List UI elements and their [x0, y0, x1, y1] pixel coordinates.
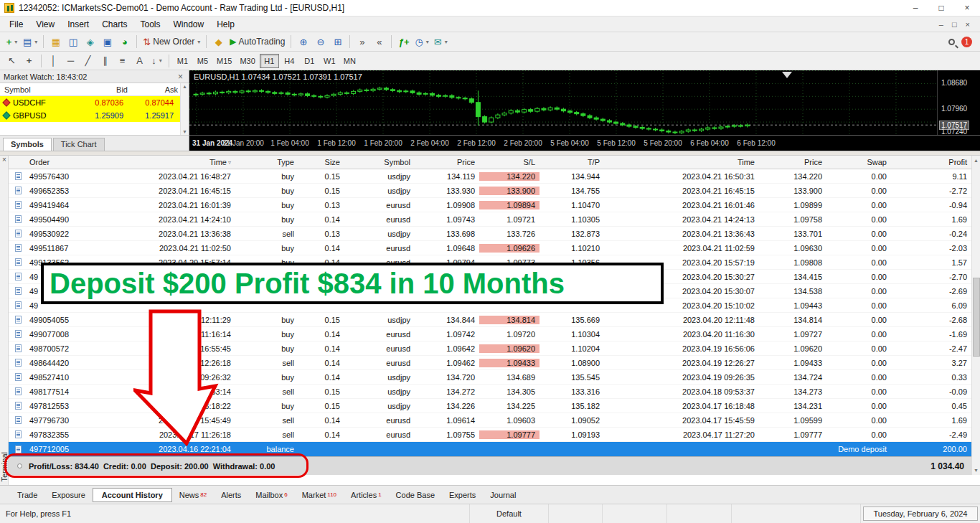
market-watch-scrollbar[interactable]: ▲▼	[180, 83, 189, 135]
new-chart-button[interactable]: +▾	[4, 34, 20, 50]
close-button[interactable]: ×	[954, 0, 980, 16]
timeframe-d1[interactable]: D1	[300, 54, 319, 68]
menu-charts[interactable]: Charts	[95, 17, 133, 32]
zoom-in-button[interactable]: ⊕	[295, 34, 311, 50]
timeframe-m5[interactable]: M5	[193, 54, 212, 68]
mdi-restore-icon[interactable]: □	[952, 20, 957, 29]
tab-alerts[interactable]: Alerts	[214, 488, 248, 502]
scroll-up-icon[interactable]: ▲	[182, 84, 187, 89]
cursor-button[interactable]: ↖	[4, 53, 20, 69]
history-row[interactable]: 4995764302023.04.21 16:48:27buy0.15usdjp…	[9, 169, 971, 184]
vertical-line-button[interactable]: │	[45, 53, 62, 69]
tab-market[interactable]: Market110	[295, 488, 344, 502]
close-icon[interactable]: ×	[176, 72, 185, 81]
arrows-button[interactable]: ↓▾	[149, 53, 165, 69]
profiles-button[interactable]: ▤▾	[21, 34, 39, 50]
scrollbar-thumb[interactable]	[973, 278, 980, 357]
status-profile[interactable]: Default	[470, 504, 549, 523]
templates-button[interactable]: ✉▾	[432, 34, 450, 50]
fibonacci-button[interactable]: ≡	[114, 53, 131, 69]
tile-windows-button[interactable]: ⊞	[329, 34, 346, 50]
search-icon[interactable]	[948, 39, 955, 45]
col-header-symbol[interactable]: Symbol	[344, 158, 415, 166]
history-row[interactable]: 4995118672023.04.21 11:02:50buy0.14eurus…	[9, 241, 971, 255]
tab-trade[interactable]: Trade	[10, 488, 44, 502]
timeframe-m30[interactable]: M30	[236, 54, 258, 68]
col-header-price[interactable]: Price	[415, 158, 479, 166]
tab-mailbox[interactable]: Mailbox6	[248, 488, 294, 502]
timeframe-m1[interactable]: M1	[173, 54, 192, 68]
col-header-size[interactable]: Size	[298, 158, 344, 166]
minimize-button[interactable]: –	[903, 0, 928, 16]
horizontal-line-button[interactable]: ─	[62, 53, 79, 69]
terminal-scrollbar[interactable]: ▲ ▼	[971, 156, 980, 475]
terminal-close-icon[interactable]: ×	[2, 156, 6, 164]
history-row[interactable]: 4995309222023.04.21 13:36:38sell0.13usdj…	[9, 227, 971, 241]
cell-price: 1.09648	[415, 244, 479, 253]
cell-symbol: eurusd	[344, 416, 415, 425]
col-header-swap[interactable]: Swap	[826, 158, 891, 166]
tab-journal[interactable]: Journal	[483, 488, 523, 502]
maximize-button[interactable]: □	[928, 0, 954, 16]
col-header-time[interactable]: Time▿	[102, 158, 235, 166]
timeframe-m15[interactable]: M15	[213, 54, 235, 68]
metaeditor-button[interactable]: ◆	[210, 34, 227, 50]
trendline-button[interactable]: ╱	[80, 53, 96, 69]
menu-tools[interactable]: Tools	[134, 17, 167, 32]
col-header-price[interactable]: Price	[759, 158, 826, 166]
menu-window[interactable]: Window	[167, 17, 211, 32]
tab-experts[interactable]: Experts	[442, 488, 483, 502]
cell-sl: 134.225	[479, 402, 540, 410]
channel-button[interactable]: ∥	[97, 53, 113, 69]
market-watch-toggle-button[interactable]: ▦	[47, 34, 64, 50]
auto-scroll-button[interactable]: »	[354, 34, 370, 50]
timeframe-w1[interactable]: W1	[320, 54, 339, 68]
mdi-minimize-icon[interactable]: –	[939, 20, 943, 29]
scroll-down-icon[interactable]: ▼	[972, 466, 980, 475]
history-row[interactable]: 4996523532023.04.21 16:45:15buy0.15usdjp…	[9, 184, 971, 198]
terminal-toggle-button[interactable]: ▣	[99, 34, 116, 50]
periods-button[interactable]: ◷▾	[413, 34, 430, 50]
timeframe-h1[interactable]: H1	[260, 54, 279, 68]
menu-view[interactable]: View	[29, 17, 61, 32]
scroll-down-icon[interactable]: ▼	[182, 129, 187, 134]
tab-symbols[interactable]: Symbols	[3, 138, 52, 151]
tab-code-base[interactable]: Code Base	[389, 488, 442, 502]
row-icon	[9, 402, 27, 410]
scroll-up-icon[interactable]: ▲	[972, 156, 980, 165]
text-label-button[interactable]: A	[131, 53, 148, 69]
tab-account-history[interactable]: Account History	[93, 488, 172, 502]
chart-shift-button[interactable]: «	[371, 34, 387, 50]
notification-badge[interactable]: 1	[961, 37, 972, 47]
menu-insert[interactable]: Insert	[61, 17, 95, 32]
chart-plot[interactable]: EURUSD,H1 1.07434 1.07521 1.07391 1.0751…	[189, 70, 937, 135]
col-header-profit[interactable]: Profit	[891, 158, 971, 166]
tab-tick-chart[interactable]: Tick Chart	[53, 138, 105, 151]
timeframe-h4[interactable]: H4	[280, 54, 299, 68]
timeframe-mn[interactable]: MN	[340, 54, 359, 68]
col-header-tp[interactable]: T/P	[540, 158, 604, 166]
menu-file[interactable]: File	[3, 17, 29, 32]
indicators-button[interactable]: ƒ+	[395, 34, 412, 50]
tab-news[interactable]: News82	[172, 488, 214, 502]
data-window-button[interactable]: ◫	[65, 34, 81, 50]
history-row[interactable]: 4994194642023.04.21 16:01:39buy0.13eurus…	[9, 198, 971, 212]
history-row[interactable]: 4995044902023.04.21 14:24:10buy0.14eurus…	[9, 212, 971, 227]
market-watch-row-gbpusd[interactable]: GBPUSD1.259091.25917	[0, 109, 189, 122]
col-header-time[interactable]: Time	[604, 158, 759, 166]
col-header-sl[interactable]: S/L	[479, 158, 540, 166]
new-order-button[interactable]: ⇅New Order▾	[141, 34, 202, 50]
col-header-type[interactable]: Type	[235, 158, 298, 166]
mdi-close-icon[interactable]: ×	[966, 20, 970, 29]
separator	[391, 35, 392, 48]
tab-exposure[interactable]: Exposure	[44, 488, 92, 502]
strategy-tester-button[interactable]: ◕	[116, 34, 133, 50]
tab-articles[interactable]: Articles1	[344, 488, 389, 502]
col-header-order[interactable]: Order	[27, 158, 102, 166]
navigator-button[interactable]: ◈	[82, 34, 98, 50]
menu-help[interactable]: Help	[210, 17, 241, 32]
autotrading-button[interactable]: ▶AutoTrading	[227, 34, 287, 50]
zoom-out-button[interactable]: ⊖	[312, 34, 329, 50]
market-watch-row-usdchf[interactable]: USDCHF0.870360.87044	[0, 96, 189, 109]
crosshair-button[interactable]: +	[21, 53, 37, 69]
